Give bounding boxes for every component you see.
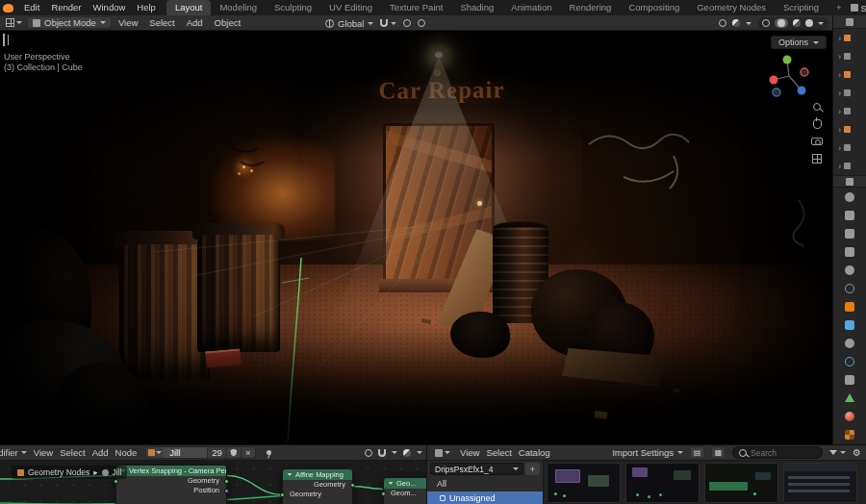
library-dropdown[interactable]: DripsPsxEfx1_4 [430, 463, 523, 475]
menu-object[interactable]: Object [210, 17, 245, 28]
menu-view[interactable]: View [460, 447, 479, 458]
filter-dropdown[interactable] [829, 450, 846, 455]
catalog-unassigned[interactable]: Unassigned [427, 491, 543, 504]
blender-logo-icon[interactable] [3, 4, 13, 13]
solid-shading-active[interactable] [775, 18, 788, 28]
zoom-tool-button[interactable] [810, 100, 824, 113]
vector-socket[interactable] [224, 489, 229, 493]
move-view-button[interactable] [810, 117, 824, 131]
tab-layout[interactable]: Layout [166, 0, 212, 15]
chevron-down-icon[interactable] [746, 22, 751, 25]
node-affine-mapping[interactable]: Affine Mapping Geometry Geometry [282, 468, 353, 504]
editor-type-dropdown[interactable] [432, 449, 453, 457]
tab-particles[interactable] [833, 334, 866, 352]
gizmo-toggle-icon[interactable] [719, 19, 726, 27]
menu-select[interactable]: Select [144, 17, 179, 28]
viewport-corner-icon[interactable] [3, 35, 5, 45]
menu-view[interactable]: View [114, 17, 142, 28]
tab-scene[interactable] [833, 261, 866, 279]
browse-node-tree-button[interactable] [146, 446, 163, 459]
node-vertex-snapping[interactable]: Vertex Snapping - Camera Perspect... Geo… [115, 465, 227, 504]
add-workspace-button[interactable]: + [828, 0, 851, 15]
node-header[interactable]: Geo... [384, 478, 426, 489]
tab-geometry-nodes[interactable]: Geometry Nodes [688, 0, 775, 15]
chevron-down-icon[interactable] [417, 451, 422, 454]
tab-modifiers[interactable] [833, 315, 866, 334]
import-settings-dropdown[interactable]: Import Settings [612, 447, 683, 458]
outliner-row[interactable]: › [833, 102, 866, 120]
tab-texture-paint[interactable]: Texture Paint [381, 0, 451, 15]
outliner-row[interactable]: › [833, 47, 866, 65]
navigation-gizmo[interactable] [767, 54, 811, 98]
overlays-toggle-icon[interactable] [403, 449, 411, 457]
menu-view[interactable]: View [34, 447, 53, 458]
tab-physics[interactable] [833, 352, 866, 370]
node-partial[interactable]: Geo... Geom... [383, 477, 426, 504]
tab-tool[interactable] [833, 188, 866, 206]
menu-add[interactable]: Add [182, 17, 208, 28]
outliner-row[interactable]: › [833, 65, 866, 84]
camera-view-button[interactable] [810, 135, 824, 148]
asset-thumbnail-3[interactable] [704, 463, 778, 503]
outliner-row[interactable]: › [833, 120, 866, 139]
scene-selector[interactable]: Scen [851, 3, 866, 13]
node-header[interactable]: Vertex Snapping - Camera Perspect... [116, 466, 226, 476]
tab-render[interactable] [833, 206, 866, 224]
tab-animation[interactable]: Animation [502, 0, 560, 15]
tab-scripting[interactable]: Scripting [775, 0, 828, 15]
proportional-falloff-icon[interactable] [418, 19, 425, 27]
gear-icon[interactable]: ⚙ [853, 448, 861, 458]
asset-thumbnail-4[interactable] [783, 463, 857, 503]
3d-viewport[interactable]: Car Repair [0, 31, 832, 444]
rendered-shading-icon[interactable] [805, 19, 813, 27]
tab-texture[interactable] [833, 425, 866, 443]
add-library-button[interactable]: + [525, 463, 540, 475]
magnet-icon[interactable] [378, 449, 386, 457]
parent-tree-icon[interactable] [365, 449, 372, 457]
tab-shading[interactable]: Shading [451, 0, 502, 15]
tab-modeling[interactable]: Modeling [211, 0, 266, 15]
node-editor-canvas[interactable]: Geometry Nodes ▸ Jill Vertex Snapping - … [0, 461, 426, 504]
tab-rendering[interactable]: Rendering [561, 0, 621, 15]
tab-view-layer[interactable] [833, 242, 866, 261]
material-shading-icon[interactable] [793, 19, 801, 27]
tab-world[interactable] [833, 279, 866, 297]
proportional-editing-icon[interactable] [403, 19, 411, 27]
node-tree-name[interactable]: Jill [163, 446, 207, 459]
user-count-badge[interactable]: 29 [207, 446, 226, 459]
catalog-all[interactable]: All [427, 477, 543, 491]
breadcrumb-item[interactable]: Jill [113, 467, 122, 477]
tab-compositing[interactable]: Compositing [620, 0, 688, 15]
node-header[interactable]: Affine Mapping [283, 469, 352, 480]
editor-type-dropdown[interactable] [3, 18, 25, 27]
tab-sculpting[interactable]: Sculpting [266, 0, 320, 15]
outliner-row[interactable]: › [833, 157, 866, 175]
menu-node[interactable]: Node [115, 447, 138, 458]
outliner-row[interactable]: › [833, 29, 866, 47]
outliner-row[interactable]: › [833, 139, 866, 157]
pin-icon[interactable] [267, 450, 271, 455]
display-size-button[interactable]: ▦ [711, 446, 726, 459]
tab-material[interactable] [833, 407, 866, 425]
menu-edit[interactable]: Edit [18, 0, 45, 15]
asset-thumbnail-1[interactable] [547, 463, 621, 503]
display-grid-button[interactable]: ▤ [690, 446, 704, 459]
geometry-socket[interactable] [350, 483, 355, 488]
geometry-socket[interactable] [381, 491, 386, 496]
menu-select[interactable]: Select [486, 447, 511, 458]
tab-output[interactable] [833, 224, 866, 242]
menu-help[interactable]: Help [131, 0, 162, 15]
menu-catalog[interactable]: Catalog [519, 447, 550, 458]
tab-constraints[interactable] [833, 370, 866, 389]
tab-object[interactable] [833, 297, 866, 315]
menu-window[interactable]: Window [88, 0, 132, 15]
geometry-socket[interactable] [280, 492, 285, 497]
outliner-row[interactable]: › [833, 84, 866, 102]
mode-dropdown[interactable]: Object Mode [27, 16, 112, 29]
breadcrumb-item[interactable]: Geometry Nodes [28, 467, 89, 477]
filter-icon[interactable] [846, 18, 853, 26]
search-input[interactable] [751, 448, 816, 458]
menu-add[interactable]: Add [92, 447, 109, 458]
chevron-down-icon[interactable] [392, 451, 397, 454]
geometry-socket[interactable] [114, 479, 118, 484]
